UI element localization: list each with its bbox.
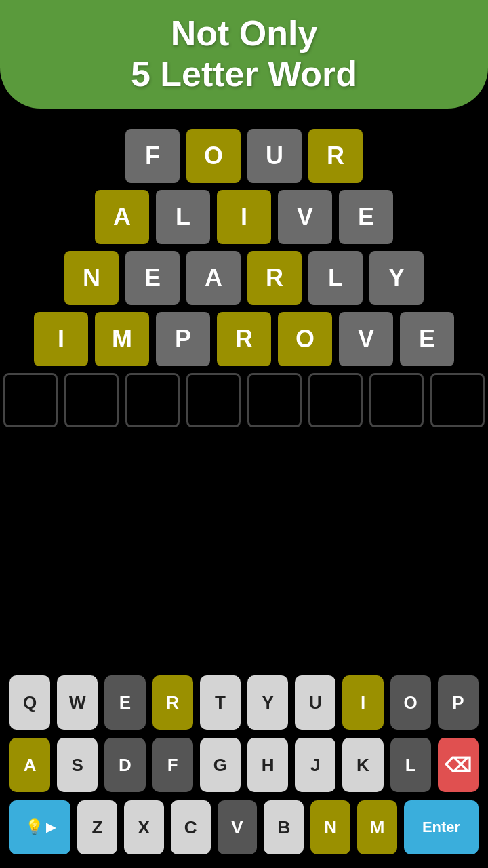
tile-0-3: R — [308, 129, 363, 183]
key-V[interactable]: V — [218, 800, 258, 854]
key-S[interactable]: S — [57, 738, 98, 792]
word-row-1: ALIVE — [95, 190, 393, 244]
tile-3-6: E — [400, 312, 454, 366]
word-row-4 — [3, 373, 485, 427]
key-F[interactable]: F — [152, 738, 193, 792]
tile-1-1: L — [156, 190, 210, 244]
key-row-1: ASDFGHJKL⌫ — [9, 738, 479, 792]
key-T[interactable]: T — [200, 675, 241, 730]
key-M[interactable]: M — [357, 800, 397, 854]
key-B[interactable]: B — [264, 800, 304, 854]
tile-1-4: E — [339, 190, 393, 244]
key-E[interactable]: E — [104, 675, 145, 730]
tile-2-0: N — [64, 251, 119, 305]
key-A[interactable]: A — [9, 738, 50, 792]
key-I[interactable]: I — [342, 675, 383, 730]
key-row-0: QWERTYUIOP — [9, 675, 479, 730]
tile-4-7 — [430, 373, 485, 427]
word-row-2: NEARLY — [64, 251, 424, 305]
key-D[interactable]: D — [104, 738, 145, 792]
tile-4-6 — [369, 373, 424, 427]
key-G[interactable]: G — [200, 738, 241, 792]
key-O[interactable]: O — [390, 675, 431, 730]
tile-2-1: E — [125, 251, 180, 305]
tile-4-5 — [308, 373, 363, 427]
key-H[interactable]: H — [247, 738, 288, 792]
key-row-2: 💡▶ZXCVBNMEnter — [9, 800, 479, 854]
key-K[interactable]: K — [342, 738, 383, 792]
tile-4-0 — [3, 373, 58, 427]
tile-3-4: O — [278, 312, 332, 366]
key-N[interactable]: N — [310, 800, 350, 854]
tile-4-4 — [247, 373, 302, 427]
tile-2-5: Y — [369, 251, 424, 305]
tile-3-2: P — [156, 312, 210, 366]
key-C[interactable]: C — [171, 800, 211, 854]
word-row-0: FOUR — [125, 129, 363, 183]
key-U[interactable]: U — [295, 675, 336, 730]
game-board: FOURALIVENEARLYIMPROVE — [0, 129, 488, 427]
tile-4-1 — [64, 373, 119, 427]
enter-key[interactable]: Enter — [404, 800, 479, 854]
key-J[interactable]: J — [295, 738, 336, 792]
word-row-3: IMPROVE — [34, 312, 454, 366]
tile-4-2 — [125, 373, 180, 427]
tile-0-0: F — [125, 129, 180, 183]
app-title: Not Only 5 Letter Word — [131, 14, 357, 95]
tile-2-2: A — [186, 251, 241, 305]
key-Q[interactable]: Q — [9, 675, 50, 730]
tile-2-3: R — [247, 251, 302, 305]
tile-3-1: M — [95, 312, 149, 366]
key-R[interactable]: R — [152, 675, 193, 730]
key-P[interactable]: P — [438, 675, 479, 730]
tile-1-0: A — [95, 190, 149, 244]
key-X[interactable]: X — [124, 800, 164, 854]
key-Y[interactable]: Y — [247, 675, 288, 730]
tile-0-2: U — [247, 129, 302, 183]
tile-3-0: I — [34, 312, 88, 366]
tile-0-1: O — [186, 129, 241, 183]
key-W[interactable]: W — [57, 675, 98, 730]
app-header: Not Only 5 Letter Word — [0, 0, 488, 108]
hint-key[interactable]: 💡▶ — [9, 800, 70, 854]
tile-1-3: V — [278, 190, 332, 244]
keyboard: QWERTYUIOPASDFGHJKL⌫💡▶ZXCVBNMEnter — [0, 675, 488, 854]
key-Z[interactable]: Z — [77, 800, 117, 854]
tile-3-3: R — [217, 312, 271, 366]
backspace-key[interactable]: ⌫ — [438, 738, 479, 792]
tile-4-3 — [186, 373, 241, 427]
key-L[interactable]: L — [390, 738, 431, 792]
tile-1-2: I — [217, 190, 271, 244]
tile-2-4: L — [308, 251, 363, 305]
tile-3-5: V — [339, 312, 393, 366]
